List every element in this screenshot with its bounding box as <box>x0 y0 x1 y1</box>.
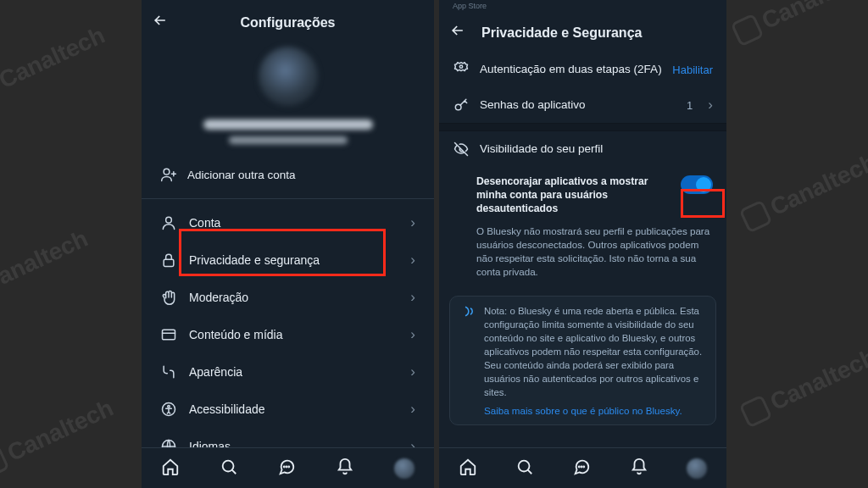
add-account-row[interactable]: Adicionar outra conta <box>142 154 434 199</box>
menu-label: Conta <box>189 216 398 230</box>
svg-point-10 <box>287 466 287 467</box>
bell-icon[interactable] <box>336 458 354 479</box>
back-button[interactable] <box>152 12 169 33</box>
hand-icon <box>160 289 177 306</box>
chevron-right-icon: › <box>410 252 415 269</box>
bell-icon[interactable] <box>630 458 648 479</box>
settings-screen: Configurações Adicionar outra conta Cont… <box>142 0 434 488</box>
chevron-right-icon: › <box>410 363 415 380</box>
menu-label: Conteúdo e mídia <box>189 328 398 341</box>
discourage-toggle[interactable] <box>681 175 713 194</box>
search-icon[interactable] <box>220 458 238 479</box>
chevron-right-icon: › <box>410 289 415 306</box>
menu-label: Privacidade e segurança <box>189 253 398 267</box>
add-user-icon <box>160 166 177 183</box>
lock-icon <box>160 252 177 269</box>
bottom-nav <box>142 447 434 488</box>
nav-avatar[interactable] <box>687 458 707 479</box>
app-passwords-count: 1 <box>687 99 693 112</box>
discourage-toggle-label: Desencorajar aplicativos a mostrar minha… <box>476 175 670 216</box>
svg-rect-3 <box>163 330 175 340</box>
menu-item-conta[interactable]: Conta › <box>142 204 434 241</box>
search-icon[interactable] <box>515 458 534 479</box>
add-account-label: Adicionar outra conta <box>187 169 296 181</box>
eye-off-icon <box>453 141 470 158</box>
svg-point-14 <box>519 461 530 472</box>
svg-point-17 <box>584 466 585 467</box>
chat-icon[interactable] <box>277 458 296 479</box>
svg-point-16 <box>581 466 582 467</box>
svg-point-5 <box>168 405 170 408</box>
visibility-label: Visibilidade do seu perfil <box>480 142 713 157</box>
bottom-nav <box>439 447 726 488</box>
svg-rect-2 <box>164 259 174 266</box>
twofa-row[interactable]: Autenticação em duas etapas (2FA) Habili… <box>439 52 726 87</box>
section-divider <box>439 123 726 131</box>
privacy-screen: App Store Privacidade e Segurança Autent… <box>434 0 726 488</box>
menu-item-privacidade[interactable]: Privacidade e segurança › <box>142 241 434 279</box>
nav-avatar[interactable] <box>394 458 415 479</box>
accessibility-icon <box>160 401 177 418</box>
twofa-enable-link[interactable]: Habilitar <box>672 64 713 76</box>
visibility-header: Visibilidade do seu perfil <box>439 131 726 167</box>
svg-point-11 <box>289 466 290 467</box>
page-title: Privacidade e Segurança <box>481 25 716 41</box>
page-title: Configurações <box>181 15 395 30</box>
home-icon[interactable] <box>161 458 180 479</box>
user-icon <box>160 214 177 231</box>
chevron-right-icon: › <box>410 214 415 231</box>
chevron-right-icon: › <box>410 326 415 343</box>
app-passwords-label: Senhas do aplicativo <box>480 98 676 113</box>
gear-badge-icon <box>453 61 470 78</box>
menu-item-conteudo[interactable]: Conteúdo e mídia › <box>142 316 434 353</box>
chevron-right-icon: › <box>708 97 713 114</box>
profile-handle-blurred <box>229 136 348 144</box>
menu-item-idiomas[interactable]: Idiomas › <box>142 428 434 447</box>
menu-label: Moderação <box>189 291 398 304</box>
svg-point-1 <box>166 217 172 223</box>
speech-icon <box>460 305 476 416</box>
svg-point-9 <box>284 466 285 467</box>
app-passwords-row[interactable]: Senhas do aplicativo 1 › <box>439 87 726 123</box>
menu-item-aparencia[interactable]: Aparência › <box>142 353 434 391</box>
svg-point-8 <box>223 461 234 472</box>
svg-point-15 <box>579 466 580 467</box>
home-icon[interactable] <box>459 458 477 479</box>
settings-menu: Conta › Privacidade e segurança › Modera… <box>142 199 434 447</box>
appearance-icon <box>160 363 177 380</box>
menu-label: Acessibilidade <box>189 402 398 416</box>
app-store-hint: App Store <box>439 0 726 10</box>
media-icon <box>160 326 177 343</box>
chat-icon[interactable] <box>572 458 591 479</box>
profile-header <box>142 42 434 154</box>
profile-name-blurred <box>203 119 373 130</box>
key-icon <box>453 97 470 114</box>
avatar[interactable] <box>259 47 318 106</box>
note-learn-more-link[interactable]: Saiba mais sobre o que é público no Blue… <box>484 400 705 416</box>
svg-point-0 <box>164 169 170 175</box>
back-button[interactable] <box>449 22 466 43</box>
menu-item-moderacao[interactable]: Moderação › <box>142 279 434 316</box>
chevron-right-icon: › <box>410 401 415 418</box>
twofa-label: Autenticação em duas etapas (2FA) <box>480 63 662 77</box>
note-text: Nota: o Bluesky é uma rede aberta e públ… <box>484 305 705 400</box>
menu-label: Idiomas <box>189 440 398 447</box>
discourage-description: O Bluesky não mostrará seu perfil e publ… <box>439 219 726 290</box>
note-box: Nota: o Bluesky é uma rede aberta e públ… <box>449 296 716 425</box>
menu-item-acessibilidade[interactable]: Acessibilidade › <box>142 391 434 428</box>
globe-icon <box>160 438 177 447</box>
menu-label: Aparência <box>189 365 398 379</box>
chevron-right-icon: › <box>410 438 415 447</box>
svg-point-12 <box>459 65 462 68</box>
